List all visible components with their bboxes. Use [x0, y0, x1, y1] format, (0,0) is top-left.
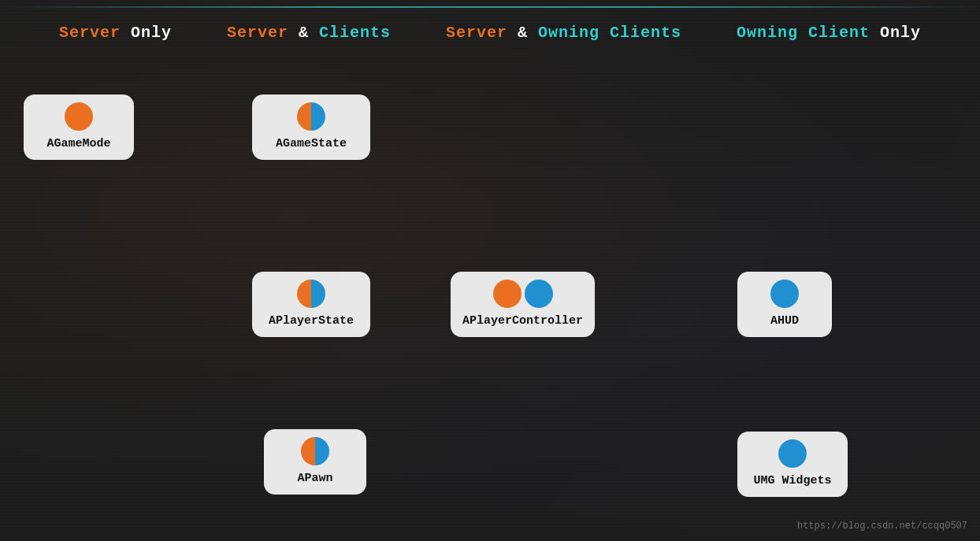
header: Server Only Server & Clients Server & Ow…: [0, 24, 980, 42]
header-so-server: Server: [446, 24, 518, 42]
apawn-icons: [301, 437, 329, 465]
aplayerstate-label: APlayerState: [269, 314, 354, 328]
agamemode-orange-circle: [65, 102, 93, 131]
node-agamemode: AGameMode: [24, 94, 134, 160]
header-sc-amp: &: [299, 24, 319, 42]
umgwidgets-icons: [778, 439, 807, 468]
agamestate-half-circle: [297, 102, 325, 131]
aplayercontroller-icons: [493, 280, 553, 308]
node-aplayercontroller: APlayerController: [451, 272, 595, 337]
header-server-only: Server Only: [59, 24, 172, 42]
apawn-half-circle: [301, 437, 329, 465]
header-server-owning: Server & Owning Clients: [446, 24, 681, 42]
aplayerstate-icons: [297, 280, 325, 308]
header-oo-owning: Owning Client: [737, 24, 880, 42]
aplayercontroller-label: APlayerController: [462, 314, 583, 328]
aplayerstate-half-circle: [297, 280, 325, 308]
node-ahud: AHUD: [737, 272, 832, 337]
node-agamestate: AGameState: [252, 94, 370, 160]
apc-orange-circle: [493, 280, 522, 308]
agamestate-icons: [297, 102, 325, 131]
node-aplayerstate: APlayerState: [252, 272, 370, 337]
umgwidgets-label: UMG Widgets: [753, 474, 831, 487]
ahud-blue-circle: [770, 280, 799, 308]
node-apawn: APawn: [264, 429, 366, 495]
agamemode-icons: [65, 102, 93, 131]
node-umgwidgets: UMG Widgets: [737, 432, 848, 497]
agamemode-label: AGameMode: [46, 137, 110, 150]
header-owning-only: Owning Client Only: [737, 24, 921, 42]
header-so-amp: &: [518, 24, 538, 42]
header-oo-only: Only: [880, 24, 921, 42]
agamestate-label: AGameState: [276, 137, 347, 150]
header-so-owning: Owning Clients: [538, 24, 681, 42]
header-server-only-only: Only: [131, 24, 172, 42]
header-server-only-server: Server: [59, 24, 131, 42]
watermark: https://blog.csdn.net/ccqq0507: [797, 521, 967, 532]
ahud-icons: [770, 280, 799, 308]
header-server-clients: Server & Clients: [227, 24, 391, 42]
top-border-line: [0, 6, 980, 8]
apawn-label: APawn: [297, 472, 332, 485]
ahud-label: AHUD: [770, 314, 799, 328]
header-sc-clients: Clients: [319, 24, 391, 42]
apc-blue-circle: [525, 280, 553, 308]
header-sc-server: Server: [227, 24, 299, 42]
umgwidgets-blue-circle: [778, 439, 807, 468]
